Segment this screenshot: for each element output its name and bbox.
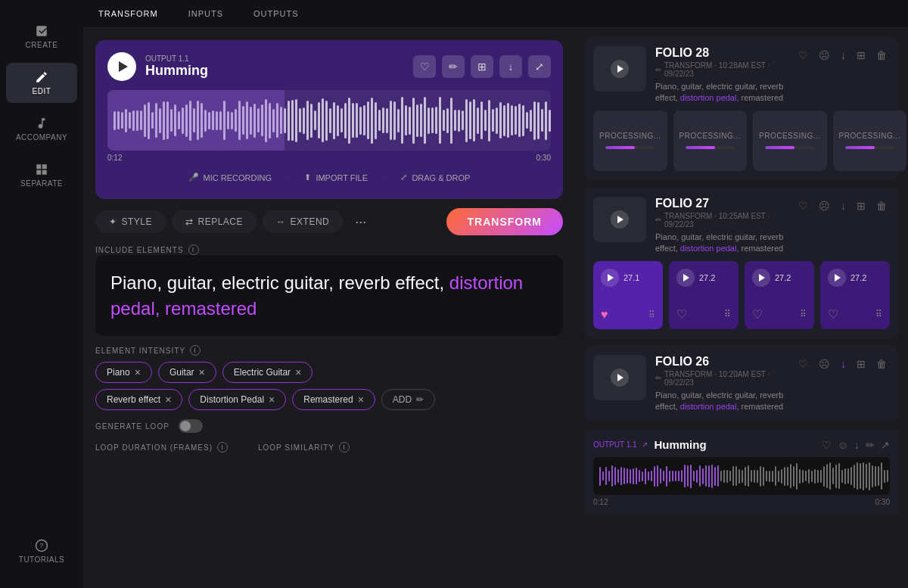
version-27-4-play[interactable] (828, 269, 846, 287)
version-card-27-4[interactable]: 27.2 ♡ ⠿ (820, 261, 890, 329)
mini-player: OUTPUT 1.1 ↗ Humming ♡ ☺ ↓ ✏ ↗ (584, 429, 899, 515)
generate-loop-toggle[interactable] (179, 419, 203, 433)
version-card-27-3[interactable]: 27.2 ♡ ⠿ (745, 261, 814, 329)
element-intensity-section: ELEMENT INTENSITY i Piano × Guitar × Ele… (95, 345, 563, 410)
mini-time-labels: 0:12 0:30 (593, 498, 890, 506)
folio-27-download[interactable]: ↓ (838, 197, 849, 215)
style-icon: ✦ (109, 216, 117, 227)
pencil-icon: ✏ (416, 394, 424, 405)
folio-27-thumb[interactable] (593, 197, 646, 242)
folio-27-copy[interactable]: ⊞ (854, 197, 869, 215)
sidebar-item-tutorials[interactable]: ? TUTORIALS (6, 531, 77, 571)
save-button[interactable]: ⊞ (471, 55, 493, 78)
remove-electric-guitar[interactable]: × (295, 367, 301, 378)
import-file[interactable]: ⬆ IMPORT FILE (289, 168, 383, 187)
dots-icon-2[interactable]: ⠿ (724, 309, 731, 319)
version-27-2-play[interactable] (676, 269, 695, 287)
pencil-icon-28: ✏ (655, 66, 661, 74)
tag-piano[interactable]: Piano × (95, 362, 152, 383)
version-card-27-2[interactable]: 27.2 ♡ ⠿ (669, 261, 739, 329)
heart-outline-icon-2[interactable]: ♡ (676, 307, 687, 322)
mini-like-button[interactable]: ♡ (822, 439, 832, 451)
dots-icon[interactable]: ⠿ (648, 310, 655, 320)
mini-edit-button[interactable]: ✏ (866, 439, 875, 451)
download-button[interactable]: ↓ (499, 55, 522, 78)
loop-similarity-label: LOOP SIMILARITY i (258, 442, 350, 453)
mic-recording[interactable]: 🎤 MIC RECORDING (173, 168, 287, 187)
tab-more-button[interactable]: ··· (349, 211, 372, 233)
version-27-3-play[interactable] (752, 269, 770, 287)
folio-27-like[interactable]: ♡ (795, 197, 811, 215)
add-element-button[interactable]: ADD ✏ (381, 389, 435, 410)
tag-reverb[interactable]: Reverb effect × (95, 389, 182, 410)
folio-28-download[interactable]: ↓ (838, 46, 849, 64)
play-button[interactable] (107, 52, 136, 81)
dots-icon-4[interactable]: ⠿ (875, 309, 882, 319)
heart-outline-icon-3[interactable]: ♡ (752, 307, 763, 322)
folio-27-card: FOLIO 27 ✏ TRANSFORM · 10:25AM EST · 09/… (584, 188, 899, 338)
folio-26-like[interactable]: ♡ (795, 355, 811, 373)
dots-icon-3[interactable]: ⠿ (800, 309, 807, 319)
heart-filled-icon[interactable]: ♥ (601, 308, 608, 322)
processing-fill-3 (765, 146, 794, 149)
tag-distortion[interactable]: Distortion Pedal × (188, 389, 286, 410)
folio-26-thumb[interactable] (593, 355, 646, 400)
pencil-icon-26: ✏ (655, 374, 661, 382)
folio-26-play[interactable] (611, 369, 629, 387)
remove-guitar[interactable]: × (199, 367, 205, 378)
folio-28-like[interactable]: ♡ (795, 46, 811, 64)
edit-pencil-button[interactable]: ✏ (442, 55, 465, 78)
loop-similarity-info-icon: i (339, 442, 350, 453)
folio-27-play[interactable] (611, 210, 629, 229)
mini-player-title-row: OUTPUT 1.1 ↗ Humming (593, 438, 707, 451)
processing-bar-3 (765, 146, 814, 149)
remove-distortion[interactable]: × (269, 394, 275, 405)
folio-26-dislike[interactable]: ☹ (816, 355, 833, 373)
waveform-card: OUTPUT 1.1 Humming ♡ ✏ ⊞ ↓ ⤢ 0:12 (95, 40, 563, 199)
mini-player-actions: ♡ ☺ ↓ ✏ ↗ (822, 439, 890, 451)
version-27-4-num: 27.2 (850, 273, 866, 282)
heart-outline-icon-4[interactable]: ♡ (828, 307, 838, 322)
tag-guitar[interactable]: Guitar × (158, 362, 216, 383)
drag-icon: ⤢ (400, 173, 407, 182)
mini-share-button[interactable]: ↗ (881, 439, 890, 451)
like-button[interactable]: ♡ (413, 55, 436, 78)
tab-replace[interactable]: ⇄ REPLACE (172, 210, 257, 233)
nav-outputs[interactable]: OUTPUTS (253, 9, 299, 18)
elements-text-box[interactable]: Piano, guitar, electric guitar, reverb e… (95, 255, 563, 336)
version-27-2-top: 27.2 (676, 269, 731, 287)
folio-26-copy[interactable]: ⊞ (854, 355, 869, 373)
folio-26-download[interactable]: ↓ (838, 355, 849, 373)
tab-style[interactable]: ✦ STYLE (95, 210, 166, 233)
folio-27-dislike[interactable]: ☹ (816, 197, 833, 215)
remove-piano[interactable]: × (135, 367, 141, 378)
mini-emoji-button[interactable]: ☺ (838, 439, 848, 451)
sidebar-item-separate[interactable]: SEPARATE (6, 155, 77, 195)
drag-drop[interactable]: ⤢ DRAG & DROP (385, 168, 485, 187)
remove-remastered[interactable]: × (358, 394, 364, 405)
transform-button[interactable]: TRANSFORM (446, 208, 563, 235)
folio-27-delete[interactable]: 🗑 (873, 197, 890, 215)
folio-28-thumb[interactable] (593, 46, 646, 92)
remove-reverb[interactable]: × (165, 394, 171, 405)
tag-electric-guitar[interactable]: Electric Guitar × (222, 362, 313, 383)
sidebar-item-create[interactable]: CREATE (6, 17, 77, 57)
processing-fill-1 (605, 146, 635, 149)
expand-button[interactable]: ⤢ (528, 55, 551, 78)
mini-download-button[interactable]: ↓ (854, 439, 860, 451)
sidebar-item-edit[interactable]: EDIT (6, 63, 77, 103)
folio-28-dislike[interactable]: ☹ (816, 46, 833, 64)
version-card-27-1[interactable]: 27.1 ♥ ⠿ (593, 261, 663, 329)
nav-inputs[interactable]: INPUTS (188, 9, 223, 18)
folio-28-play[interactable] (611, 60, 629, 78)
info-icon: i (188, 244, 199, 255)
tab-extend[interactable]: ↔ EXTEND (263, 210, 343, 233)
version-27-1-play[interactable] (601, 269, 619, 287)
sidebar-item-accompany[interactable]: ACCOMPANY (6, 109, 77, 149)
tag-remastered[interactable]: Remastered × (292, 389, 375, 410)
folio-27-meta: ✏ TRANSFORM · 10:25AM EST · 09/22/23 (655, 212, 786, 229)
version-27-2-num: 27.2 (699, 273, 715, 282)
folio-28-copy[interactable]: ⊞ (854, 46, 869, 64)
folio-26-delete[interactable]: 🗑 (873, 355, 890, 373)
folio-28-delete[interactable]: 🗑 (873, 46, 890, 64)
